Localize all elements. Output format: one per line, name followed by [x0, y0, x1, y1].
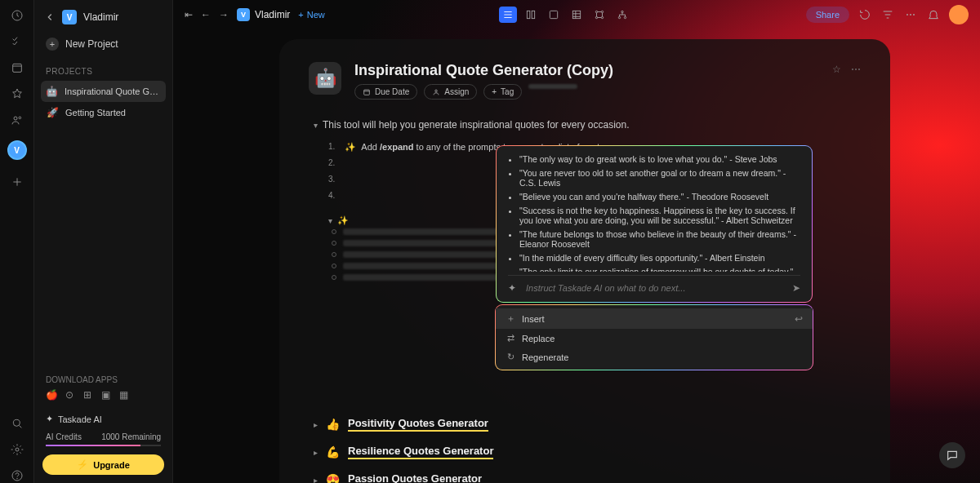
breadcrumb-badge: V — [237, 8, 250, 21]
ai-quote: "The future belongs to those who believe… — [519, 229, 800, 249]
more-horizontal-icon[interactable]: ⋯ — [851, 64, 861, 75]
chat-icon — [946, 449, 959, 462]
calendar-icon[interactable] — [10, 60, 24, 75]
bolt-icon: ⚡ — [77, 459, 88, 470]
ai-quote: "The only way to do great work is to lov… — [519, 154, 800, 164]
svg-point-16 — [621, 11, 623, 12]
generator-label[interactable]: Passion Quotes Generator — [348, 472, 482, 483]
star-icon[interactable] — [10, 86, 24, 101]
projects-section-label: PROJECTS — [41, 55, 166, 81]
ai-quotes-list: "The only way to do great work is to lov… — [508, 154, 800, 272]
chat-fab[interactable] — [939, 442, 965, 468]
windows-icon[interactable]: ⊞ — [82, 389, 93, 401]
sidebar-toggle-icon[interactable]: ⇤ — [185, 9, 193, 20]
svg-point-13 — [602, 11, 604, 12]
taskade-ai-row[interactable]: ✦ Taskade AI — [41, 410, 166, 428]
view-board-icon[interactable] — [522, 7, 540, 23]
generator-row[interactable]: ▸ 💪 Resilience Quotes Generator — [314, 438, 861, 466]
linux-icon[interactable]: ▦ — [118, 389, 129, 401]
sidebar-project-item[interactable]: 🚀 Getting Started — [41, 102, 166, 123]
ai-action-label: Regenerate — [522, 352, 569, 362]
ai-action-replace[interactable]: ⇄ Replace — [496, 329, 813, 348]
chevron-left-icon[interactable] — [44, 11, 56, 23]
view-list-icon[interactable] — [499, 7, 517, 23]
back-icon[interactable]: ← — [201, 9, 211, 20]
credits-remaining: 1000 Remaining — [101, 432, 161, 441]
user-avatar[interactable] — [949, 5, 969, 24]
apple-mac-icon[interactable]: ▣ — [100, 389, 111, 401]
assign-pill[interactable]: Assign — [424, 84, 477, 100]
main-area: ⇤ ← → V Vladimir + New — [173, 0, 980, 483]
svg-point-17 — [619, 16, 621, 18]
project-label: Inspirational Quote Genera... — [65, 86, 161, 96]
collapse-caret-icon[interactable]: ▾ — [314, 121, 318, 130]
upgrade-button[interactable]: ⚡ Upgrade — [42, 454, 164, 475]
svg-rect-1 — [12, 64, 21, 72]
chevron-right-icon: ▸ — [314, 420, 318, 429]
ai-action-insert[interactable]: ＋ Insert ↩ — [496, 308, 813, 329]
breadcrumb[interactable]: V Vladimir — [237, 8, 290, 21]
sidebar: V Vladimir + New Project PROJECTS 🤖 Insp… — [34, 0, 173, 483]
search-icon[interactable] — [10, 416, 24, 431]
new-project-button[interactable]: + New Project — [41, 33, 166, 55]
filter-icon[interactable] — [880, 7, 895, 22]
generator-row[interactable]: ▸ 👍 Positivity Quotes Generator — [314, 410, 861, 438]
collapse-caret-icon[interactable]: ▾ — [328, 216, 332, 225]
help-icon[interactable] — [10, 468, 24, 483]
credits-label: AI Credits — [46, 432, 82, 441]
ai-label: Taskade AI — [58, 414, 102, 424]
svg-rect-19 — [364, 90, 370, 95]
svg-point-12 — [596, 11, 598, 12]
new-button[interactable]: + New — [298, 10, 324, 20]
workspace-avatar[interactable]: V — [7, 140, 27, 160]
project-label: Getting Started — [65, 108, 126, 117]
generator-label[interactable]: Resilience Quotes Generator — [348, 445, 493, 459]
ai-action-regenerate[interactable]: ↻ Regenerate — [496, 348, 813, 366]
star-outline-icon[interactable]: ☆ — [832, 64, 841, 75]
plus-icon: ＋ — [506, 312, 515, 325]
generator-row[interactable]: ▸ 😍 Passion Quotes Generator — [314, 466, 861, 483]
svg-point-6 — [12, 471, 22, 481]
ai-prompt-input[interactable] — [526, 283, 786, 293]
plus-icon: + — [298, 10, 303, 20]
send-icon[interactable]: ➤ — [792, 282, 800, 294]
add-workspace-icon[interactable] — [10, 175, 24, 189]
history-icon[interactable] — [858, 7, 872, 22]
credits-progress — [46, 445, 161, 446]
list-number: 2. — [328, 155, 335, 171]
due-date-pill[interactable]: Due Date — [354, 84, 417, 100]
workspace-badge: V — [62, 10, 77, 24]
view-action-icon[interactable] — [545, 7, 563, 23]
people-icon[interactable] — [10, 113, 24, 127]
ai-quote: "You are never too old to set another go… — [519, 168, 800, 188]
list-number: 3. — [328, 171, 335, 188]
view-table-icon[interactable] — [568, 7, 586, 23]
intro-text: This tool will help you generate inspira… — [323, 119, 630, 131]
ai-result-panel: "The only way to do great work is to lov… — [496, 145, 813, 303]
breadcrumb-name: Vladimir — [255, 9, 290, 20]
document-icon: 🤖 — [309, 62, 341, 95]
workspace-header[interactable]: V Vladimir — [41, 8, 166, 33]
apple-icon[interactable]: 🍎 — [46, 389, 57, 401]
chevron-right-icon: ▸ — [314, 476, 318, 484]
ai-quote: "The only limit to our realization of to… — [519, 267, 800, 272]
sparkle-icon: ✨ — [337, 215, 349, 225]
view-mindmap-icon[interactable] — [590, 7, 608, 23]
svg-point-5 — [16, 448, 19, 451]
notifications-icon[interactable] — [926, 7, 941, 22]
forward-icon[interactable]: → — [219, 9, 229, 20]
tag-pill[interactable]: +Tag — [483, 84, 522, 100]
more-icon[interactable]: ⋯ — [903, 7, 918, 22]
share-button[interactable]: Share — [806, 7, 849, 23]
sidebar-project-item[interactable]: 🤖 Inspirational Quote Genera... — [41, 81, 166, 102]
ai-quote: "In the middle of every difficulty lies … — [519, 253, 800, 263]
clock-icon[interactable] — [10, 8, 24, 23]
generator-label[interactable]: Positivity Quotes Generator — [348, 417, 488, 432]
android-icon[interactable]: ⊙ — [64, 389, 75, 401]
tag-label: Tag — [501, 87, 514, 96]
checklist-icon[interactable] — [10, 34, 24, 49]
download-apps-label: DOWNLOAD APPS — [41, 375, 166, 389]
view-orgchart-icon[interactable] — [613, 7, 631, 23]
svg-point-2 — [14, 117, 17, 120]
settings-icon[interactable] — [10, 442, 24, 457]
